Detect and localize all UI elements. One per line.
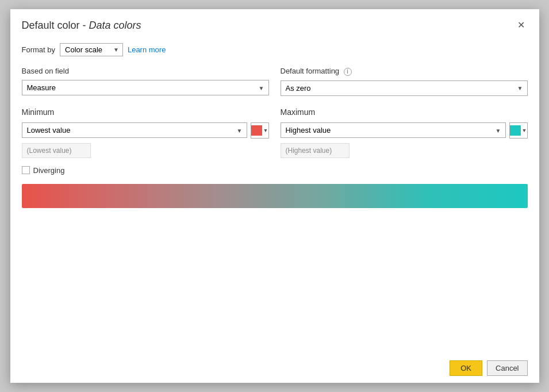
format-by-select[interactable]: Color scale bbox=[65, 45, 112, 54]
dialog-body: Format by Color scale Learn more Based o… bbox=[10, 37, 539, 353]
maximum-placeholder: (Highest value) bbox=[281, 143, 350, 158]
default-formatting-select-wrapper[interactable]: As zero bbox=[281, 80, 528, 96]
dialog-title-italic: Data colors bbox=[89, 20, 141, 31]
minimum-section: Minimum Lowest value ▼ (Lowest value) bbox=[22, 107, 269, 158]
minimum-dropdown-row: Lowest value ▼ bbox=[22, 122, 269, 139]
dialog-title: Default color - Data colors bbox=[22, 20, 141, 32]
minimum-color-button[interactable]: ▼ bbox=[251, 122, 269, 139]
close-button[interactable]: ✕ bbox=[515, 20, 528, 31]
ok-button[interactable]: OK bbox=[450, 360, 482, 376]
two-col-top: Based on field Measure Default formattin… bbox=[22, 67, 528, 96]
based-on-field-section: Based on field Measure bbox=[22, 67, 269, 96]
diverging-label: Diverging bbox=[33, 166, 65, 175]
diverging-row: Diverging bbox=[22, 166, 528, 175]
default-formatting-select[interactable]: As zero bbox=[281, 80, 528, 96]
maximum-select[interactable]: Highest value bbox=[281, 122, 506, 138]
dialog-title-text: Default color - bbox=[22, 20, 89, 31]
dialog-header: Default color - Data colors ✕ bbox=[10, 9, 539, 37]
maximum-color-arrow-icon: ▼ bbox=[522, 128, 527, 133]
dialog-footer: OK Cancel bbox=[10, 353, 539, 383]
maximum-label: Maximum bbox=[281, 107, 528, 117]
minimum-select-wrapper[interactable]: Lowest value bbox=[22, 122, 247, 138]
maximum-dropdown-row: Highest value ▼ bbox=[281, 122, 528, 139]
learn-more-link[interactable]: Learn more bbox=[128, 45, 166, 54]
dialog: Default color - Data colors ✕ Format by … bbox=[10, 9, 539, 383]
based-on-field-label: Based on field bbox=[22, 67, 269, 75]
color-gradient-bar bbox=[22, 184, 528, 208]
based-on-field-select-wrapper[interactable]: Measure bbox=[22, 80, 269, 95]
diverging-checkbox[interactable] bbox=[22, 166, 30, 174]
minimum-color-swatch bbox=[251, 125, 262, 136]
maximum-color-button[interactable]: ▼ bbox=[509, 122, 528, 139]
based-on-field-select[interactable]: Measure bbox=[22, 80, 269, 95]
info-icon: i bbox=[344, 68, 352, 76]
format-by-label: Format by bbox=[22, 45, 56, 54]
minimum-placeholder: (Lowest value) bbox=[22, 143, 91, 158]
maximum-color-swatch bbox=[510, 125, 521, 136]
maximum-section: Maximum Highest value ▼ (Highest value) bbox=[281, 107, 528, 158]
cancel-button[interactable]: Cancel bbox=[487, 360, 527, 376]
default-formatting-label: Default formatting i bbox=[281, 67, 528, 76]
default-formatting-section: Default formatting i As zero bbox=[281, 67, 528, 96]
minimum-color-arrow-icon: ▼ bbox=[263, 128, 268, 133]
maximum-select-wrapper[interactable]: Highest value bbox=[281, 122, 506, 138]
minimum-select[interactable]: Lowest value bbox=[22, 122, 247, 138]
two-col-minmax: Minimum Lowest value ▼ (Lowest value) Ma… bbox=[22, 107, 528, 158]
minimum-label: Minimum bbox=[22, 107, 269, 117]
format-by-select-wrapper[interactable]: Color scale bbox=[60, 43, 123, 56]
format-by-row: Format by Color scale Learn more bbox=[22, 43, 528, 56]
